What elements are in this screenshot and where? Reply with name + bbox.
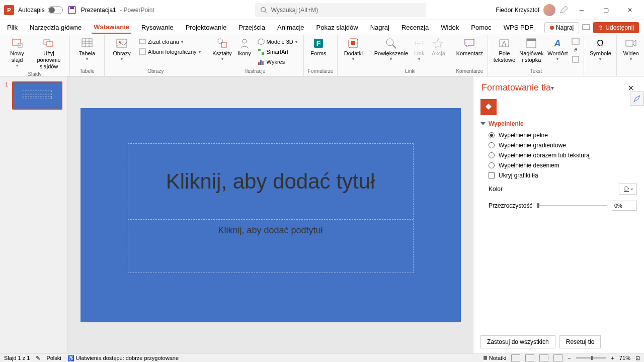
comment-button[interactable]: Komentarz — [455, 37, 484, 57]
accessibility-status[interactable]: ♿ Ułatwienia dostępu: dobrze przygotowan… — [67, 355, 179, 361]
fill-gradient-radio[interactable]: Wypełnienie gradientowe — [473, 140, 644, 150]
search-placeholder: Wyszukaj (Alt+M) — [271, 7, 318, 14]
search-box[interactable]: Wyszukaj (Alt+M) — [255, 3, 426, 17]
smartart-button[interactable]: SmartArt — [256, 47, 299, 56]
table-button[interactable]: Tabela▾ — [74, 37, 100, 62]
minimize-button[interactable]: ─ — [572, 2, 592, 18]
tab-animations[interactable]: Animacje — [275, 22, 306, 33]
shapes-button[interactable]: Kształty▾ — [211, 37, 233, 62]
close-button[interactable]: ✕ — [620, 2, 640, 18]
slide-canvas-area[interactable]: Kliknij, aby dodać tytuł Kliknij, aby do… — [68, 76, 473, 353]
normal-view-button[interactable] — [511, 354, 520, 361]
screenshot-button[interactable]: Zrzut ekranu▾ — [137, 37, 203, 46]
user-avatar[interactable] — [543, 4, 555, 16]
smartart-icon — [258, 48, 265, 55]
svg-text:A: A — [502, 40, 506, 47]
reuse-slides-button[interactable]: Użyj ponownie slajdów — [32, 37, 65, 70]
fill-section-header[interactable]: Wypełnienie — [473, 117, 644, 130]
symbols-icon: Ω — [594, 37, 606, 49]
photo-album-button[interactable]: Album fotograficzny▾ — [137, 47, 203, 56]
date-time-icon[interactable] — [572, 37, 580, 45]
designer-tab[interactable] — [630, 92, 644, 106]
transparency-value-input[interactable]: 0% — [612, 201, 637, 211]
pane-options-dropdown[interactable]: ▾ — [551, 84, 554, 92]
chart-button[interactable]: Wykres — [256, 57, 299, 66]
spell-check-icon[interactable]: ✎ — [36, 355, 40, 361]
svg-rect-10 — [47, 42, 53, 46]
object-icon[interactable] — [572, 55, 580, 63]
language-indicator[interactable]: Polski — [46, 355, 61, 361]
slide-thumbnail-1[interactable] — [12, 81, 62, 110]
zoom-slider[interactable] — [576, 357, 606, 358]
tab-draw[interactable]: Rysowanie — [139, 22, 176, 33]
svg-rect-18 — [139, 39, 145, 44]
addins-button[interactable]: Dodatki▾ — [342, 37, 365, 62]
fill-solid-radio[interactable]: Wypełnienie pełne — [473, 130, 644, 140]
slide-number-icon[interactable]: # — [572, 46, 580, 54]
notes-button[interactable]: ≣ Notatki — [483, 355, 506, 361]
icons-button[interactable]: Ikony — [235, 37, 254, 57]
link-icon — [413, 37, 425, 49]
tab-design[interactable]: Projektowanie — [184, 22, 229, 33]
checkbox-icon — [489, 172, 495, 178]
action-icon — [432, 37, 444, 49]
fit-to-window-button[interactable]: ⊡ — [635, 355, 640, 361]
textbox-button[interactable]: APole tekstowe — [492, 37, 516, 63]
group-comments-label: Komentarze — [455, 67, 484, 75]
tab-help[interactable]: Pomoc — [469, 22, 493, 33]
svg-text:A: A — [554, 38, 561, 48]
svg-rect-27 — [262, 61, 264, 65]
zoom-in-button[interactable]: + — [611, 355, 614, 361]
subtitle-placeholder[interactable]: Kliknij, aby dodać podtytuł — [128, 221, 414, 273]
title-separator: - — [118, 7, 124, 14]
tab-home[interactable]: Narzędzia główne — [28, 22, 84, 33]
slideshow-view-button[interactable] — [553, 354, 562, 361]
action-button[interactable]: Akcja — [430, 37, 447, 57]
wordart-button[interactable]: AWordArt▾ — [546, 37, 569, 62]
hide-graphics-checkbox[interactable]: Ukryj grafiki tła — [473, 170, 644, 180]
zoom-button[interactable]: Powiększenie▾ — [373, 37, 409, 62]
slide-sorter-view-button[interactable] — [525, 354, 534, 361]
present-mode-icon[interactable] — [582, 24, 590, 32]
fill-tab[interactable] — [480, 99, 497, 115]
zoom-out-button[interactable]: − — [568, 355, 571, 361]
3d-models-button[interactable]: Modele 3D▾ — [256, 37, 299, 46]
link-button[interactable]: Link▾ — [411, 37, 428, 62]
transparency-slider[interactable] — [537, 205, 607, 206]
save-icon[interactable] — [68, 6, 76, 14]
pen-icon[interactable] — [559, 6, 568, 14]
zoom-level[interactable]: 71% — [619, 355, 630, 361]
color-picker-button[interactable]: ▾ — [619, 184, 637, 195]
tab-record[interactable]: Nagraj — [368, 22, 391, 33]
autosave-toggle[interactable] — [48, 6, 63, 14]
transparency-label: Przezroczystość — [489, 202, 532, 209]
svg-line-33 — [392, 45, 396, 48]
fill-picture-radio[interactable]: Wypełnienie obrazem lub teksturą — [473, 150, 644, 160]
share-button[interactable]: ⇪Udostępnij — [593, 22, 639, 33]
forms-button[interactable]: FForms — [308, 37, 329, 57]
record-button[interactable]: Nagraj — [544, 22, 579, 33]
tab-wps-pdf[interactable]: WPS PDF — [502, 22, 535, 33]
tab-transitions[interactable]: Przejścia — [236, 22, 267, 33]
new-slide-icon — [11, 37, 23, 49]
tab-review[interactable]: Recenzja — [399, 22, 431, 33]
tab-file[interactable]: Plik — [5, 22, 20, 33]
tab-slideshow[interactable]: Pokaz slajdów — [314, 22, 360, 33]
status-bar: Slajd 1 z 1 ✎ Polski ♿ Ułatwienia dostęp… — [0, 353, 644, 362]
tab-insert[interactable]: Wstawianie — [92, 21, 131, 34]
apply-to-all-button[interactable]: Zastosuj do wszystkich — [480, 335, 555, 348]
fill-pattern-radio[interactable]: Wypełnienie deseniem — [473, 160, 644, 170]
pane-close-button[interactable]: ✕ — [626, 84, 636, 92]
images-button[interactable]: Obrazy▾ — [109, 37, 135, 62]
maximize-button[interactable]: ▢ — [596, 2, 616, 18]
slide-counter[interactable]: Slajd 1 z 1 — [4, 355, 30, 361]
reset-background-button[interactable]: Resetuj tło — [559, 335, 601, 348]
video-button[interactable]: Wideo▾ — [621, 37, 641, 62]
symbols-button[interactable]: ΩSymbole▾ — [588, 37, 612, 62]
new-slide-button[interactable]: Nowy slajd▾ — [4, 37, 30, 68]
tab-view[interactable]: Widok — [439, 22, 461, 33]
header-footer-button[interactable]: Nagłówek i stopka — [518, 37, 544, 63]
user-name: Fiedor Krzysztof — [496, 7, 539, 14]
title-placeholder[interactable]: Kliknij, aby dodać tytuł — [128, 143, 414, 220]
reading-view-button[interactable] — [539, 354, 548, 361]
